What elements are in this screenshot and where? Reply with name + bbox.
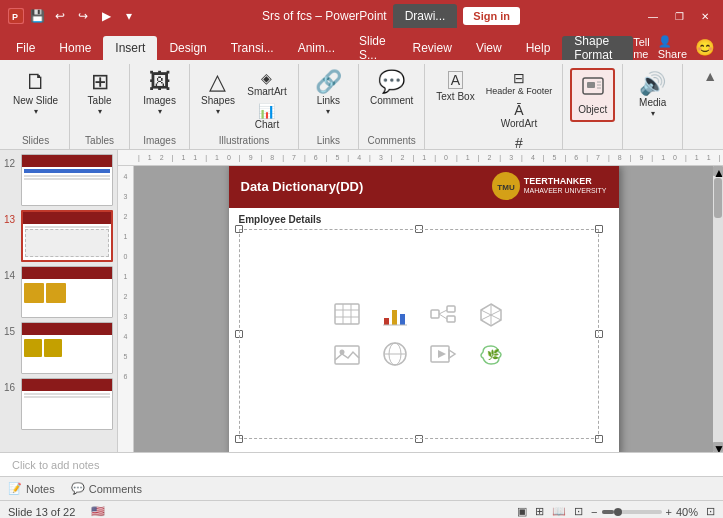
ruler-h-ticks: |12|11|10|9|8|7|6|5|4|3|2|1|0|1|2|3|4|5|… bbox=[134, 154, 723, 161]
logo-text: TEERTHANKER MAHAVEER UNIVERSITY bbox=[524, 176, 607, 195]
scrollbar-up-arrow[interactable]: ▲ bbox=[713, 166, 723, 176]
save-button[interactable]: 💾 bbox=[27, 6, 47, 26]
textbox-button[interactable]: A Text Box bbox=[431, 68, 479, 106]
comment-button[interactable]: 💬 Comment bbox=[365, 68, 418, 110]
insert-smartart-icon[interactable] bbox=[427, 298, 459, 330]
shapes-button[interactable]: △ Shapes ▾ bbox=[196, 68, 240, 119]
images-button[interactable]: 🖼 Images ▾ bbox=[138, 68, 181, 119]
share-button[interactable]: 👤 Share bbox=[658, 35, 687, 60]
slide-thumb-13[interactable]: 13 bbox=[4, 210, 113, 262]
slide-logo: TMU TEERTHANKER MAHAVEER UNIVERSITY bbox=[492, 172, 607, 200]
smartart-label: SmartArt bbox=[247, 86, 286, 97]
media-items: 🔊 Media ▾ bbox=[633, 64, 673, 146]
insert-3dobject-icon[interactable] bbox=[475, 298, 507, 330]
zoom-slider[interactable]: − + 40% bbox=[591, 506, 698, 518]
ruler-tick: 2 bbox=[118, 206, 133, 226]
more-button[interactable]: ▾ bbox=[119, 6, 139, 26]
ribbon-group-comments: 💬 Comment Comments bbox=[359, 64, 425, 149]
ribbon-group-links: 🔗 Links ▾ Links bbox=[299, 64, 359, 149]
view-slidesorter[interactable]: ⊞ bbox=[535, 505, 544, 518]
scrollbar-thumb[interactable] bbox=[714, 178, 722, 218]
object-label: Object bbox=[578, 104, 607, 116]
wordart-icon: Ā bbox=[514, 102, 523, 118]
images-dropdown-arrow: ▾ bbox=[158, 107, 162, 116]
svg-rect-3 bbox=[587, 82, 595, 88]
new-slide-button[interactable]: 🗋 New Slide ▾ bbox=[8, 68, 63, 119]
insert-online-icon[interactable] bbox=[379, 338, 411, 370]
tab-design[interactable]: Design bbox=[157, 36, 218, 60]
tab-home[interactable]: Home bbox=[47, 36, 103, 60]
ruler-tick: 0 bbox=[118, 246, 133, 266]
ruler-tick: 1 bbox=[118, 266, 133, 286]
undo-button[interactable]: ↩ bbox=[50, 6, 70, 26]
media-button[interactable]: 🔊 Media ▾ bbox=[633, 68, 673, 121]
tab-insert[interactable]: Insert bbox=[103, 36, 157, 60]
fit-slide-button[interactable]: ⊡ bbox=[706, 505, 715, 518]
tab-file[interactable]: File bbox=[4, 36, 47, 60]
links-group-label: Links bbox=[317, 135, 340, 149]
chart-button[interactable]: 📊 Chart bbox=[242, 101, 292, 132]
insert-video-icon[interactable] bbox=[427, 338, 459, 370]
tab-help[interactable]: Help bbox=[514, 36, 563, 60]
tab-review[interactable]: Review bbox=[401, 36, 464, 60]
slide-thumb-12[interactable]: 12 bbox=[4, 154, 113, 206]
slide-count: Slide 13 of 22 bbox=[8, 506, 75, 518]
slides-group-label: Slides bbox=[22, 135, 49, 149]
view-normal[interactable]: ▣ bbox=[517, 505, 527, 518]
images-icon: 🖼 bbox=[149, 71, 171, 93]
slide-thumb-14[interactable]: 14 bbox=[4, 266, 113, 318]
table-button[interactable]: ⊞ Table ▾ bbox=[80, 68, 120, 119]
click-to-add-notes: Click to add notes bbox=[12, 459, 99, 471]
logo-line1: TEERTHANKER bbox=[524, 176, 607, 187]
close-button[interactable]: ✕ bbox=[695, 6, 715, 26]
slide-thumb-15[interactable]: 15 bbox=[4, 322, 113, 374]
redo-button[interactable]: ↪ bbox=[73, 6, 93, 26]
notes-tab[interactable]: 📝 Notes bbox=[8, 482, 55, 495]
zoom-handle[interactable] bbox=[614, 508, 622, 516]
comments-tab[interactable]: 💬 Comments bbox=[71, 482, 142, 495]
insert-table-icon[interactable] bbox=[331, 298, 363, 330]
slide-content[interactable]: Data Dictionary(DD) TMU TEERTHANKER MAH bbox=[229, 166, 619, 452]
view-slideshow[interactable]: ⊡ bbox=[574, 505, 583, 518]
insert-chart-icon[interactable] bbox=[379, 298, 411, 330]
present-button[interactable]: ▶ bbox=[96, 6, 116, 26]
minimize-button[interactable]: — bbox=[643, 6, 663, 26]
smartart-icon: ◈ bbox=[261, 70, 272, 86]
tab-transitions[interactable]: Transi... bbox=[219, 36, 286, 60]
tab-slideshow[interactable]: Slide S... bbox=[347, 36, 401, 60]
icon-row-2: 🌿 bbox=[331, 338, 507, 370]
links-dropdown-arrow: ▾ bbox=[326, 107, 330, 116]
zoom-level: 40% bbox=[676, 506, 698, 518]
smartart-button[interactable]: ◈ SmartArt bbox=[242, 68, 292, 99]
notes-input-area[interactable]: Click to add notes bbox=[0, 452, 723, 476]
drawing-tab[interactable]: Drawi... bbox=[393, 4, 458, 28]
links-items: 🔗 Links ▾ bbox=[308, 64, 348, 135]
wordart-button[interactable]: Ā WordArt bbox=[482, 100, 557, 131]
links-button[interactable]: 🔗 Links ▾ bbox=[308, 68, 348, 119]
restore-button[interactable]: ❐ bbox=[669, 6, 689, 26]
tell-me-button[interactable]: Tell me bbox=[633, 36, 650, 60]
comment-icon: 💬 bbox=[378, 71, 405, 93]
scrollbar-vertical[interactable]: ▲ ▼ bbox=[713, 166, 723, 452]
ribbon-group-slides: 🗋 New Slide ▾ Slides bbox=[2, 64, 70, 149]
tab-shapeformat[interactable]: Shape Format bbox=[562, 36, 633, 60]
object-icon bbox=[581, 74, 605, 104]
ruler-tick: 3 bbox=[118, 306, 133, 326]
svg-rect-15 bbox=[392, 310, 397, 325]
headerfooter-button[interactable]: ⊟ Header & Footer bbox=[482, 68, 557, 98]
slide-thumb-16[interactable]: 16 bbox=[4, 378, 113, 430]
images-items: 🖼 Images ▾ bbox=[138, 64, 181, 135]
slide-num-14: 14 bbox=[4, 266, 18, 281]
insert-picture-icon[interactable] bbox=[331, 338, 363, 370]
tab-view[interactable]: View bbox=[464, 36, 514, 60]
view-reading[interactable]: 📖 bbox=[552, 505, 566, 518]
sign-in-button[interactable]: Sign in bbox=[463, 7, 520, 25]
scrollbar-down-arrow[interactable]: ▼ bbox=[713, 442, 723, 452]
object-button[interactable]: Object bbox=[570, 68, 615, 122]
placeholder-icons: 🌿 bbox=[331, 298, 507, 370]
collapse-ribbon-button[interactable]: ▲ bbox=[699, 64, 721, 149]
insert-other-icon[interactable]: 🌿 bbox=[475, 338, 507, 370]
tab-animations[interactable]: Anim... bbox=[286, 36, 347, 60]
app-title: Srs of fcs – PowerPoint bbox=[262, 9, 387, 23]
content-placeholder: 🌿 bbox=[239, 229, 599, 439]
